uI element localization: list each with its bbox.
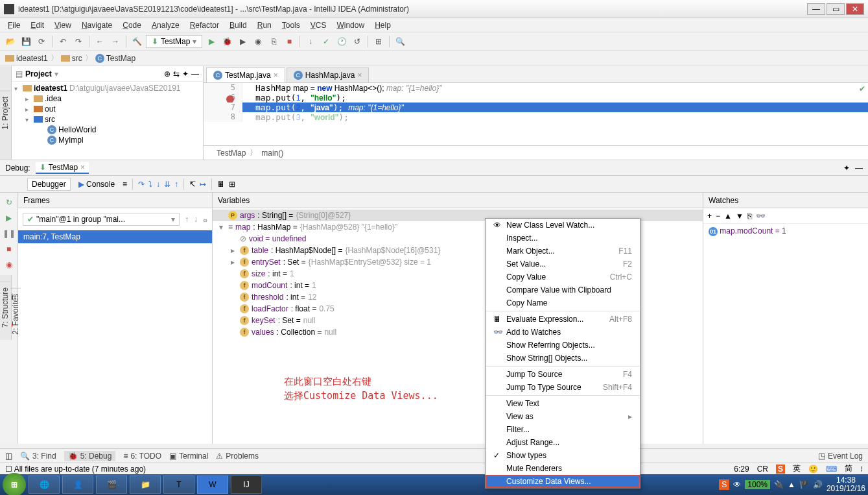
menu-item[interactable]: Filter... — [486, 423, 640, 436]
project-tree[interactable]: ▾ideatest1 D:\atguigu\javaee\JavaSE20191… — [12, 82, 203, 160]
expand-all-icon[interactable]: ⇆ — [173, 69, 180, 78]
menu-item[interactable]: Adjust Range... — [486, 436, 640, 449]
code-line[interactable]: 7map.put(2, "java"); map: "{1=hello}" — [204, 103, 868, 112]
menu-edit[interactable]: Edit — [25, 19, 49, 31]
terminal-tool-tab[interactable]: ▣ Terminal — [169, 452, 208, 461]
menu-item[interactable]: Copy Name — [486, 296, 640, 309]
filter-frames-icon[interactable]: ⏛ — [200, 215, 210, 224]
frames-list[interactable]: main:7, TestMap — [18, 230, 212, 243]
watch-down-icon[interactable]: ▼ — [736, 211, 744, 221]
breakpoints-icon[interactable]: ◉ — [3, 259, 15, 271]
ime-keyboard-icon[interactable]: ⌨ — [826, 465, 837, 474]
back-icon[interactable]: ← — [93, 35, 106, 48]
menu-vcs[interactable]: VCS — [305, 19, 332, 31]
tray-up-icon[interactable]: ▲ — [788, 480, 795, 489]
taskbar-app[interactable]: 🎬 — [96, 476, 127, 494]
open-icon[interactable]: 📂 — [4, 35, 17, 48]
menu-view[interactable]: View — [49, 19, 76, 31]
attach-icon[interactable]: ⎘ — [267, 35, 280, 48]
thread-dropdown[interactable]: ✔"main"@1 in group "mai...▾ — [23, 213, 180, 226]
project-view-dropdown[interactable]: ▤ Project ▾ — [16, 69, 161, 78]
next-frame-icon[interactable]: ↓ — [191, 215, 200, 224]
tray-flag-icon[interactable]: 🏴 — [799, 480, 809, 489]
step-out-icon[interactable]: ↑ — [174, 180, 178, 189]
taskbar-app[interactable]: W — [197, 476, 228, 494]
menu-item[interactable]: Set Value...F2 — [486, 258, 640, 271]
debugger-tab[interactable]: Debugger — [27, 178, 71, 191]
prev-frame-icon[interactable]: ↑ — [182, 215, 191, 224]
redo-icon[interactable]: ↷ — [72, 35, 85, 48]
step-into-icon[interactable]: ↓ — [156, 180, 160, 189]
menu-build[interactable]: Build — [224, 19, 252, 31]
coverage-icon[interactable]: ▶ — [236, 35, 249, 48]
drop-frame-icon[interactable]: ↸ — [189, 180, 196, 189]
tool-window-quick-access-icon[interactable]: ◫ — [5, 452, 12, 461]
menu-refactor[interactable]: Refactor — [185, 19, 224, 31]
ime-lang[interactable]: 英 — [793, 463, 801, 474]
menu-window[interactable]: Window — [331, 19, 369, 31]
structure-tool-tab[interactable]: 7: Structure — [0, 282, 10, 333]
menu-item[interactable]: 👓Add to Watches — [486, 326, 640, 339]
menu-item[interactable]: Copy ValueCtrl+C — [486, 271, 640, 284]
taskbar-app[interactable]: 👤 — [62, 476, 93, 494]
menu-item[interactable]: Mute Renderers — [486, 462, 640, 475]
editor-tab[interactable]: CTestMap.java× — [206, 67, 285, 82]
stack-frame[interactable]: main:7, TestMap — [18, 230, 212, 243]
collapse-all-icon[interactable]: ✦ — [182, 69, 189, 78]
code-line[interactable]: 5HashMap map = new HashMap<>(); map: "{1… — [204, 83, 868, 93]
vcs-commit-icon[interactable]: ✓ — [320, 35, 333, 48]
debug-session-tab[interactable]: ⬇TestMap× — [36, 162, 89, 174]
show-watches-icon[interactable]: 👓 — [756, 211, 766, 221]
structure-icon[interactable]: ⊞ — [372, 35, 385, 48]
undo-icon[interactable]: ↶ — [56, 35, 69, 48]
ime-emoji-icon[interactable]: 🙂 — [808, 465, 818, 474]
crumb-class[interactable]: TestMap — [217, 149, 246, 158]
evaluate-icon[interactable]: 🖩 — [217, 180, 225, 189]
run-icon[interactable]: ▶ — [205, 35, 218, 48]
stop-debug-icon[interactable]: ■ — [3, 243, 15, 255]
refresh-icon[interactable]: ⟳ — [35, 35, 48, 48]
minimize-button[interactable]: — — [807, 3, 825, 15]
menu-code[interactable]: Code — [117, 19, 147, 31]
menu-item[interactable]: Mark Object...F11 — [486, 245, 640, 258]
line-separator[interactable]: CR — [757, 465, 768, 474]
menu-item[interactable]: 👁New Class Level Watch... — [486, 219, 640, 232]
step-over-icon[interactable]: ⤵ — [148, 180, 152, 189]
run-config-dropdown[interactable]: ⬇TestMap▾ — [146, 35, 202, 48]
menu-item[interactable]: Compare Value with Clipboard — [486, 284, 640, 296]
code-line[interactable]: 6map.put(1, "hello"); — [204, 93, 868, 103]
menu-run[interactable]: Run — [252, 19, 277, 31]
close-button[interactable]: ✕ — [846, 3, 864, 15]
hide-debug-icon[interactable]: — — [855, 163, 863, 173]
trace-icon[interactable]: ⊞ — [229, 180, 235, 189]
taskbar-app[interactable]: 🌐 — [29, 476, 60, 494]
rerun-icon[interactable]: ↻ — [3, 197, 15, 208]
hide-icon[interactable]: — — [191, 69, 199, 78]
console-tab[interactable]: ▶ Console — [75, 178, 119, 190]
event-log-tab[interactable]: ◳ Event Log — [818, 452, 863, 461]
find-tool-tab[interactable]: 🔍 3: Find — [20, 452, 56, 461]
tray-ime-icon[interactable]: S — [719, 479, 729, 490]
threads-icon[interactable]: ≡ — [123, 180, 127, 189]
crumb-project[interactable]: ideatest1 — [5, 54, 48, 63]
run-to-cursor-icon[interactable]: ↦ — [200, 180, 206, 189]
search-icon[interactable]: 🔍 — [393, 35, 406, 48]
maximize-button[interactable]: ▭ — [827, 3, 845, 15]
problems-tool-tab[interactable]: ⚠ Problems — [216, 452, 259, 461]
crumb-folder[interactable]: src — [61, 54, 82, 63]
menu-item[interactable]: Customize Data Views... — [486, 475, 640, 488]
menu-item[interactable]: Inspect... — [486, 232, 640, 245]
menu-item[interactable]: ✓Show types — [486, 449, 640, 462]
menu-tools[interactable]: Tools — [277, 19, 305, 31]
menu-item[interactable]: 🖩Evaluate Expression...Alt+F8 — [486, 313, 640, 326]
crumb-method[interactable]: main() — [261, 149, 283, 158]
taskbar-app[interactable]: IJ — [231, 476, 262, 494]
debug-tool-tab[interactable]: 🐞 5: Debug — [64, 451, 116, 461]
favorites-tool-tab[interactable]: 2: Favorites — [10, 288, 21, 340]
taskbar-app[interactable]: T — [163, 476, 194, 494]
todo-tool-tab[interactable]: ≡ 6: TODO — [123, 452, 161, 461]
menu-item[interactable]: Show String[] Objects... — [486, 352, 640, 365]
watch-item[interactable]: 01 map.modCount = 1 — [703, 224, 868, 239]
duplicate-watch-icon[interactable]: ⎘ — [747, 211, 752, 221]
save-all-icon[interactable]: 💾 — [19, 35, 32, 48]
